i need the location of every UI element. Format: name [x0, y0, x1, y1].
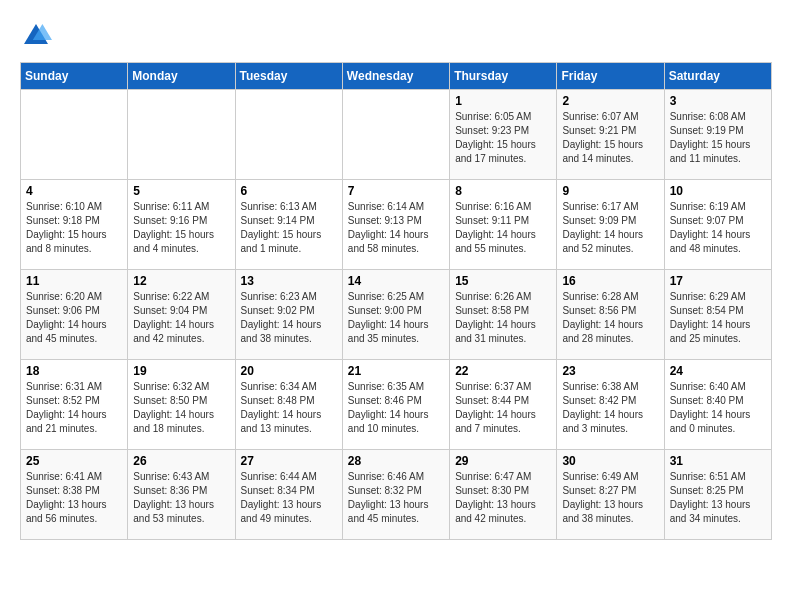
cell-info: Sunrise: 6:43 AM Sunset: 8:36 PM Dayligh…	[133, 470, 229, 526]
header	[20, 20, 772, 52]
header-cell-monday: Monday	[128, 63, 235, 90]
calendar-header-row: SundayMondayTuesdayWednesdayThursdayFrid…	[21, 63, 772, 90]
cell-info: Sunrise: 6:13 AM Sunset: 9:14 PM Dayligh…	[241, 200, 337, 256]
day-number: 19	[133, 364, 229, 378]
cell-info: Sunrise: 6:26 AM Sunset: 8:58 PM Dayligh…	[455, 290, 551, 346]
day-number: 31	[670, 454, 766, 468]
cell-info: Sunrise: 6:37 AM Sunset: 8:44 PM Dayligh…	[455, 380, 551, 436]
cell-info: Sunrise: 6:40 AM Sunset: 8:40 PM Dayligh…	[670, 380, 766, 436]
calendar-cell: 5Sunrise: 6:11 AM Sunset: 9:16 PM Daylig…	[128, 180, 235, 270]
cell-info: Sunrise: 6:51 AM Sunset: 8:25 PM Dayligh…	[670, 470, 766, 526]
calendar-cell: 25Sunrise: 6:41 AM Sunset: 8:38 PM Dayli…	[21, 450, 128, 540]
day-number: 30	[562, 454, 658, 468]
day-number: 13	[241, 274, 337, 288]
day-number: 9	[562, 184, 658, 198]
calendar-cell	[21, 90, 128, 180]
day-number: 28	[348, 454, 444, 468]
cell-info: Sunrise: 6:32 AM Sunset: 8:50 PM Dayligh…	[133, 380, 229, 436]
cell-info: Sunrise: 6:10 AM Sunset: 9:18 PM Dayligh…	[26, 200, 122, 256]
cell-info: Sunrise: 6:07 AM Sunset: 9:21 PM Dayligh…	[562, 110, 658, 166]
header-cell-wednesday: Wednesday	[342, 63, 449, 90]
calendar-cell: 14Sunrise: 6:25 AM Sunset: 9:00 PM Dayli…	[342, 270, 449, 360]
cell-info: Sunrise: 6:05 AM Sunset: 9:23 PM Dayligh…	[455, 110, 551, 166]
day-number: 12	[133, 274, 229, 288]
cell-info: Sunrise: 6:38 AM Sunset: 8:42 PM Dayligh…	[562, 380, 658, 436]
cell-info: Sunrise: 6:49 AM Sunset: 8:27 PM Dayligh…	[562, 470, 658, 526]
calendar-cell: 30Sunrise: 6:49 AM Sunset: 8:27 PM Dayli…	[557, 450, 664, 540]
day-number: 4	[26, 184, 122, 198]
day-number: 8	[455, 184, 551, 198]
header-cell-saturday: Saturday	[664, 63, 771, 90]
day-number: 1	[455, 94, 551, 108]
header-cell-sunday: Sunday	[21, 63, 128, 90]
cell-info: Sunrise: 6:14 AM Sunset: 9:13 PM Dayligh…	[348, 200, 444, 256]
day-number: 7	[348, 184, 444, 198]
day-number: 6	[241, 184, 337, 198]
cell-info: Sunrise: 6:34 AM Sunset: 8:48 PM Dayligh…	[241, 380, 337, 436]
cell-info: Sunrise: 6:23 AM Sunset: 9:02 PM Dayligh…	[241, 290, 337, 346]
header-cell-friday: Friday	[557, 63, 664, 90]
calendar-cell	[342, 90, 449, 180]
day-number: 15	[455, 274, 551, 288]
calendar-cell: 7Sunrise: 6:14 AM Sunset: 9:13 PM Daylig…	[342, 180, 449, 270]
logo-icon	[20, 20, 52, 52]
cell-info: Sunrise: 6:35 AM Sunset: 8:46 PM Dayligh…	[348, 380, 444, 436]
day-number: 14	[348, 274, 444, 288]
cell-info: Sunrise: 6:28 AM Sunset: 8:56 PM Dayligh…	[562, 290, 658, 346]
calendar-table: SundayMondayTuesdayWednesdayThursdayFrid…	[20, 62, 772, 540]
cell-info: Sunrise: 6:17 AM Sunset: 9:09 PM Dayligh…	[562, 200, 658, 256]
cell-info: Sunrise: 6:41 AM Sunset: 8:38 PM Dayligh…	[26, 470, 122, 526]
cell-info: Sunrise: 6:47 AM Sunset: 8:30 PM Dayligh…	[455, 470, 551, 526]
calendar-cell: 24Sunrise: 6:40 AM Sunset: 8:40 PM Dayli…	[664, 360, 771, 450]
calendar-cell: 1Sunrise: 6:05 AM Sunset: 9:23 PM Daylig…	[450, 90, 557, 180]
cell-info: Sunrise: 6:22 AM Sunset: 9:04 PM Dayligh…	[133, 290, 229, 346]
calendar-cell: 18Sunrise: 6:31 AM Sunset: 8:52 PM Dayli…	[21, 360, 128, 450]
calendar-cell: 13Sunrise: 6:23 AM Sunset: 9:02 PM Dayli…	[235, 270, 342, 360]
calendar-cell: 10Sunrise: 6:19 AM Sunset: 9:07 PM Dayli…	[664, 180, 771, 270]
calendar-cell: 31Sunrise: 6:51 AM Sunset: 8:25 PM Dayli…	[664, 450, 771, 540]
day-number: 29	[455, 454, 551, 468]
week-row-2: 4Sunrise: 6:10 AM Sunset: 9:18 PM Daylig…	[21, 180, 772, 270]
day-number: 16	[562, 274, 658, 288]
calendar-cell: 19Sunrise: 6:32 AM Sunset: 8:50 PM Dayli…	[128, 360, 235, 450]
week-row-5: 25Sunrise: 6:41 AM Sunset: 8:38 PM Dayli…	[21, 450, 772, 540]
calendar-cell: 21Sunrise: 6:35 AM Sunset: 8:46 PM Dayli…	[342, 360, 449, 450]
day-number: 21	[348, 364, 444, 378]
calendar-cell: 3Sunrise: 6:08 AM Sunset: 9:19 PM Daylig…	[664, 90, 771, 180]
calendar-cell: 16Sunrise: 6:28 AM Sunset: 8:56 PM Dayli…	[557, 270, 664, 360]
day-number: 18	[26, 364, 122, 378]
calendar-cell: 12Sunrise: 6:22 AM Sunset: 9:04 PM Dayli…	[128, 270, 235, 360]
day-number: 25	[26, 454, 122, 468]
calendar-cell: 27Sunrise: 6:44 AM Sunset: 8:34 PM Dayli…	[235, 450, 342, 540]
day-number: 24	[670, 364, 766, 378]
calendar-cell: 15Sunrise: 6:26 AM Sunset: 8:58 PM Dayli…	[450, 270, 557, 360]
calendar-cell: 11Sunrise: 6:20 AM Sunset: 9:06 PM Dayli…	[21, 270, 128, 360]
day-number: 20	[241, 364, 337, 378]
day-number: 22	[455, 364, 551, 378]
cell-info: Sunrise: 6:31 AM Sunset: 8:52 PM Dayligh…	[26, 380, 122, 436]
cell-info: Sunrise: 6:19 AM Sunset: 9:07 PM Dayligh…	[670, 200, 766, 256]
cell-info: Sunrise: 6:44 AM Sunset: 8:34 PM Dayligh…	[241, 470, 337, 526]
header-cell-tuesday: Tuesday	[235, 63, 342, 90]
header-cell-thursday: Thursday	[450, 63, 557, 90]
calendar-cell: 17Sunrise: 6:29 AM Sunset: 8:54 PM Dayli…	[664, 270, 771, 360]
calendar-cell: 22Sunrise: 6:37 AM Sunset: 8:44 PM Dayli…	[450, 360, 557, 450]
cell-info: Sunrise: 6:08 AM Sunset: 9:19 PM Dayligh…	[670, 110, 766, 166]
cell-info: Sunrise: 6:25 AM Sunset: 9:00 PM Dayligh…	[348, 290, 444, 346]
calendar-cell: 29Sunrise: 6:47 AM Sunset: 8:30 PM Dayli…	[450, 450, 557, 540]
day-number: 5	[133, 184, 229, 198]
day-number: 26	[133, 454, 229, 468]
day-number: 2	[562, 94, 658, 108]
week-row-1: 1Sunrise: 6:05 AM Sunset: 9:23 PM Daylig…	[21, 90, 772, 180]
calendar-cell: 20Sunrise: 6:34 AM Sunset: 8:48 PM Dayli…	[235, 360, 342, 450]
calendar-body: 1Sunrise: 6:05 AM Sunset: 9:23 PM Daylig…	[21, 90, 772, 540]
calendar-cell	[128, 90, 235, 180]
day-number: 3	[670, 94, 766, 108]
calendar-cell: 6Sunrise: 6:13 AM Sunset: 9:14 PM Daylig…	[235, 180, 342, 270]
cell-info: Sunrise: 6:16 AM Sunset: 9:11 PM Dayligh…	[455, 200, 551, 256]
calendar-cell: 26Sunrise: 6:43 AM Sunset: 8:36 PM Dayli…	[128, 450, 235, 540]
day-number: 10	[670, 184, 766, 198]
logo	[20, 20, 58, 52]
cell-info: Sunrise: 6:20 AM Sunset: 9:06 PM Dayligh…	[26, 290, 122, 346]
day-number: 27	[241, 454, 337, 468]
